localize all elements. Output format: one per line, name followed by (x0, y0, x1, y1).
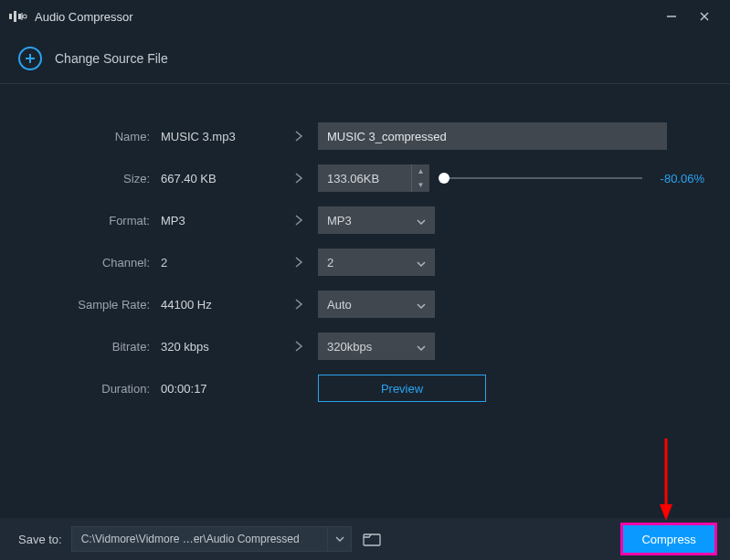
row-duration: Duration: 00:00:17 Preview (26, 367, 704, 409)
name-input[interactable] (318, 122, 667, 150)
titlebar: Audio Compressor (0, 0, 730, 33)
row-sample-rate: Sample Rate: 44100 Hz Auto (26, 283, 704, 325)
app-title: Audio Compressor (35, 10, 133, 24)
compress-button-label: Compress (641, 533, 695, 546)
chevron-right-icon (280, 130, 318, 143)
size-label: Size: (26, 172, 161, 185)
add-circle-icon (18, 47, 42, 70)
saveto-label: Save to: (18, 533, 62, 546)
form-panel: Name: MUSIC 3.mp3 Size: 667.40 KB 133.06… (0, 84, 730, 409)
bitrate-value: 320 kbps (161, 340, 280, 354)
footer: Save to: C:\Vidmore\Vidmore …er\Audio Co… (0, 518, 730, 560)
bitrate-select-value: 320kbps (327, 340, 372, 354)
saveto-dropdown[interactable] (328, 526, 352, 552)
change-source-bar[interactable]: Change Source File (0, 33, 730, 84)
sample-rate-select-value: Auto (327, 298, 352, 312)
open-folder-button[interactable] (361, 528, 383, 550)
format-select[interactable]: MP3 (318, 206, 435, 234)
name-label: Name: (26, 130, 161, 143)
compress-button[interactable]: Compress (620, 523, 717, 555)
saveto-path[interactable]: C:\Vidmore\Vidmore …er\Audio Compressed (71, 526, 329, 552)
chevron-right-icon (280, 298, 318, 311)
channel-label: Channel: (26, 256, 161, 269)
row-channel: Channel: 2 2 (26, 241, 704, 283)
saveto-path-text: C:\Vidmore\Vidmore …er\Audio Compressed (81, 533, 300, 545)
sample-rate-select[interactable]: Auto (318, 291, 435, 318)
size-percent: -80.06% (651, 172, 704, 185)
format-value: MP3 (161, 214, 280, 227)
size-value: 667.40 KB (161, 172, 280, 185)
format-select-value: MP3 (327, 214, 352, 227)
close-button[interactable] (688, 4, 721, 29)
bitrate-label: Bitrate: (26, 340, 161, 354)
size-spinner-value: 133.06KB (318, 172, 411, 185)
row-format: Format: MP3 MP3 (26, 199, 704, 241)
name-value: MUSIC 3.mp3 (161, 130, 280, 143)
caret-down-icon (417, 256, 426, 269)
sample-rate-label: Sample Rate: (26, 298, 161, 312)
svg-rect-1 (14, 11, 16, 22)
chevron-right-icon (280, 214, 318, 227)
svg-rect-8 (364, 534, 380, 545)
chevron-right-icon (280, 340, 318, 353)
app-logo-icon (9, 9, 27, 24)
spinner-up-icon[interactable]: ▲ (412, 164, 429, 178)
duration-label: Duration: (26, 382, 161, 396)
channel-select[interactable]: 2 (318, 248, 435, 276)
spinner-down-icon[interactable]: ▼ (412, 178, 429, 192)
duration-value: 00:00:17 (161, 382, 280, 396)
row-size: Size: 667.40 KB 133.06KB ▲ ▼ -80.06% (26, 157, 704, 199)
caret-down-icon (417, 298, 426, 312)
svg-rect-2 (18, 14, 21, 19)
preview-button[interactable]: Preview (318, 375, 486, 402)
chevron-right-icon (280, 172, 318, 185)
size-spinner[interactable]: 133.06KB ▲ ▼ (318, 164, 429, 192)
bitrate-select[interactable]: 320kbps (318, 333, 435, 360)
preview-button-label: Preview (381, 382, 423, 396)
caret-down-icon (417, 214, 426, 227)
sample-rate-value: 44100 Hz (161, 298, 280, 312)
channel-value: 2 (161, 256, 280, 269)
row-name: Name: MUSIC 3.mp3 (26, 115, 704, 157)
channel-select-value: 2 (327, 256, 333, 269)
format-label: Format: (26, 214, 161, 227)
annotation-arrow-icon (657, 438, 675, 521)
svg-rect-0 (9, 14, 12, 19)
caret-down-icon (417, 340, 426, 354)
minimize-button[interactable] (655, 4, 688, 29)
change-source-label: Change Source File (55, 51, 168, 66)
chevron-right-icon (280, 256, 318, 269)
size-slider[interactable] (439, 164, 642, 192)
row-bitrate: Bitrate: 320 kbps 320kbps (26, 325, 704, 367)
